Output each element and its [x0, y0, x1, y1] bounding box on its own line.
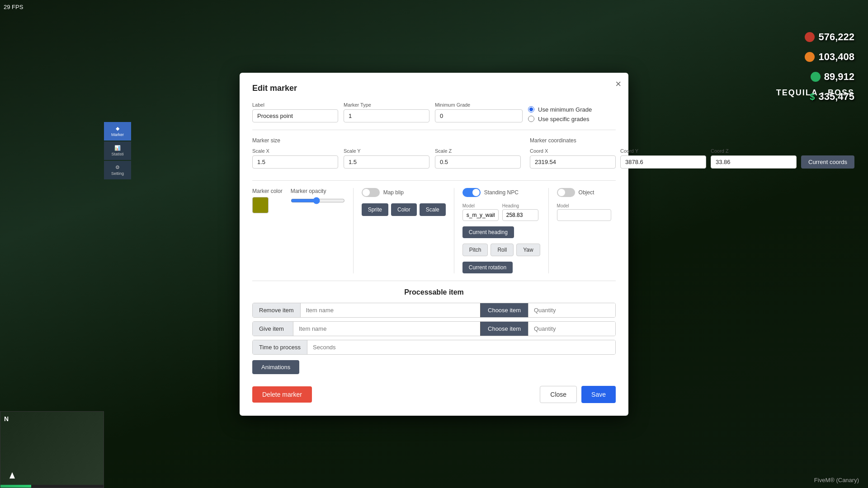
scale-x-input[interactable]: [252, 155, 338, 169]
marker-coords-title: Marker coordinates: [530, 137, 854, 144]
vertical-divider-1: [353, 188, 354, 273]
time-to-process-label: Time to process: [253, 340, 307, 354]
props-row: Marker color Marker opacity Map blip Spr: [252, 188, 616, 273]
roll-button[interactable]: Roll: [491, 244, 514, 256]
blip-buttons: Sprite Color Scale: [362, 203, 446, 216]
marker-size-title: Marker size: [252, 137, 521, 144]
use-specific-grades-option[interactable]: Use specific grades: [528, 116, 616, 122]
close-button[interactable]: Close: [540, 386, 577, 403]
give-item-label: Give item: [253, 322, 293, 336]
give-item-name-input[interactable]: [293, 322, 480, 336]
vertical-divider-2: [454, 188, 454, 273]
blip-sprite-button[interactable]: Sprite: [362, 203, 388, 216]
object-model-label: Model: [557, 203, 611, 208]
remove-item-name-input[interactable]: [301, 303, 480, 317]
map-blip-group: Map blip Sprite Color Scale: [362, 188, 446, 216]
blip-color-button[interactable]: Color: [391, 203, 417, 216]
scale-x-label: Scale X: [252, 148, 338, 154]
npc-heading-field: Heading: [502, 203, 538, 221]
remove-item-quantity-input[interactable]: [528, 303, 615, 317]
marker-color-title: Marker color: [252, 188, 283, 194]
current-heading-button[interactable]: Current heading: [462, 226, 514, 238]
object-model-input[interactable]: [557, 209, 611, 221]
npc-model-label: Model: [462, 203, 499, 208]
marker-opacity-group: Marker opacity: [291, 188, 345, 204]
scale-y-group: Scale Y: [344, 148, 429, 169]
grade-radio-group: Use minimum Grade Use specific grades: [528, 102, 616, 122]
give-item-quantity-input[interactable]: [528, 322, 615, 336]
coord-y-label: Coord Y: [620, 148, 706, 154]
time-to-process-input[interactable]: [307, 340, 615, 354]
standing-npc-title: Standing NPC: [484, 189, 519, 196]
coord-x-label: Coord X: [530, 148, 616, 154]
processable-section: Processable item Remove item Choose item…: [252, 288, 616, 355]
divider-1: [252, 130, 616, 130]
use-minimum-grade-radio[interactable]: [528, 106, 534, 113]
yaw-button[interactable]: Yaw: [516, 244, 540, 256]
use-minimum-grade-option[interactable]: Use minimum Grade: [528, 106, 616, 113]
pitch-button[interactable]: Pitch: [462, 244, 488, 256]
modal-title: Edit marker: [252, 84, 616, 93]
choose-give-item-button[interactable]: Choose item: [480, 322, 528, 336]
remove-item-label: Remove item: [253, 303, 301, 317]
object-model-field: Model: [557, 203, 611, 221]
grade-radio-options: Use minimum Grade Use specific grades: [528, 104, 616, 122]
vertical-divider-3: [548, 188, 549, 273]
minimum-grade-input[interactable]: [435, 109, 523, 122]
scale-z-group: Scale Z: [435, 148, 521, 169]
modal-footer: Delete marker Close Save: [252, 386, 616, 403]
current-coords-button[interactable]: Current coords: [801, 155, 854, 169]
minimum-grade-label: Minimum Grade: [435, 102, 523, 108]
marker-type-group: Marker Type: [344, 102, 429, 122]
remove-item-row: Remove item Choose item: [252, 303, 616, 318]
footer-action-buttons: Close Save: [540, 386, 616, 403]
npc-model-input[interactable]: [462, 209, 499, 221]
scale-x-group: Scale X: [252, 148, 338, 169]
coord-x-input[interactable]: [530, 155, 616, 169]
npc-heading-input[interactable]: [502, 209, 538, 221]
coord-y-group: Coord Y: [620, 148, 706, 169]
coord-x-group: Coord X: [530, 148, 616, 169]
scale-y-input[interactable]: [344, 155, 429, 169]
npc-heading-label: Heading: [502, 203, 538, 208]
animations-button[interactable]: Animations: [252, 360, 299, 374]
coord-y-input[interactable]: [620, 155, 706, 169]
save-button[interactable]: Save: [581, 386, 616, 403]
size-coords-row: Marker size Scale X Scale Y Scale Z: [252, 137, 616, 173]
minimum-grade-group: Minimum Grade: [435, 102, 523, 122]
coords-inputs-row: Coord X Coord Y Coord Z Current coords: [530, 148, 854, 169]
marker-type-label: Marker Type: [344, 102, 429, 108]
map-blip-toggle-knob: [363, 189, 370, 196]
current-rotation-button[interactable]: Current rotation: [462, 262, 513, 273]
map-blip-toggle[interactable]: [362, 188, 380, 197]
scale-y-label: Scale Y: [344, 148, 429, 154]
color-swatch[interactable]: [252, 197, 269, 213]
label-group: Label: [252, 102, 338, 122]
divider-2: [252, 180, 616, 181]
scale-inputs: Scale X Scale Y Scale Z: [252, 148, 521, 169]
delete-marker-button[interactable]: Delete marker: [252, 386, 312, 403]
npc-model-field: Model: [462, 203, 499, 221]
scale-z-input[interactable]: [435, 155, 521, 169]
marker-coords-section: Marker coordinates Coord X Coord Y Coord…: [530, 137, 854, 173]
blip-scale-button[interactable]: Scale: [420, 203, 446, 216]
choose-remove-item-button[interactable]: Choose item: [480, 303, 528, 317]
marker-type-input[interactable]: [344, 109, 429, 122]
standing-npc-toggle[interactable]: [462, 188, 481, 197]
processable-title: Processable item: [252, 288, 616, 296]
marker-color-group: Marker color: [252, 188, 283, 213]
object-title: Object: [579, 189, 594, 196]
modal-close-button[interactable]: ×: [615, 79, 621, 89]
map-blip-header: Map blip: [362, 188, 446, 197]
label-input[interactable]: [252, 109, 338, 122]
object-toggle[interactable]: [557, 188, 575, 197]
standing-npc-header: Standing NPC: [462, 188, 540, 197]
opacity-slider[interactable]: [291, 197, 345, 204]
coord-z-group: Coord Z: [711, 148, 797, 169]
form-row-1: Label Marker Type Minimum Grade Use mini…: [252, 102, 616, 122]
use-specific-grades-radio[interactable]: [528, 116, 534, 122]
label-field-label: Label: [252, 102, 338, 108]
npc-model-row: Model Heading: [462, 203, 540, 221]
marker-opacity-title: Marker opacity: [291, 188, 345, 194]
coord-z-input[interactable]: [711, 155, 797, 169]
